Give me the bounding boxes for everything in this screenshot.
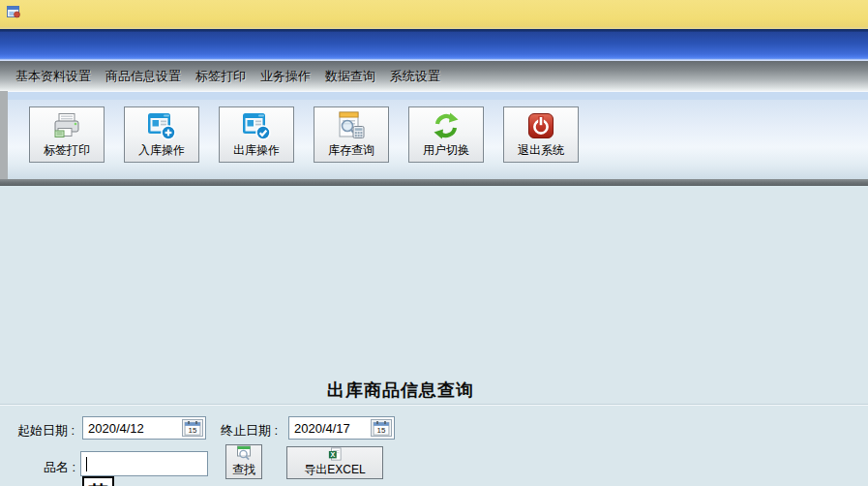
separator (0, 404, 868, 406)
menu-label-print[interactable]: 标签打印 (195, 68, 246, 85)
inbound-window-plus-icon (147, 111, 176, 140)
excel-icon: X (327, 447, 343, 461)
end-date-label: 终止日期 : (221, 422, 278, 440)
menu-product-info-settings[interactable]: 商品信息设置 (105, 68, 181, 85)
outbound-operation-button[interactable]: 出库操作 (219, 106, 294, 163)
label-print-button-label: 标签打印 (44, 142, 90, 159)
export-excel-button-label: 导出EXCEL (304, 462, 365, 478)
menu-data-query[interactable]: 数据查询 (325, 68, 375, 85)
product-name-input[interactable] (81, 452, 207, 475)
svg-text:15: 15 (377, 426, 386, 435)
inventory-query-button-label: 库存查询 (328, 142, 374, 159)
switch-user-arrows-icon (432, 111, 461, 140)
switch-user-button[interactable]: 用户切换 (408, 106, 484, 163)
product-name-field[interactable] (80, 451, 208, 476)
label-print-button[interactable]: 标签打印 (29, 106, 105, 163)
start-date-label: 起始日期 : (17, 422, 75, 440)
inventory-query-button[interactable]: 库存查询 (314, 106, 389, 163)
menu-basic-settings[interactable]: 基本资料设置 (15, 68, 91, 85)
text-caret (86, 457, 87, 471)
start-date-calendar-button[interactable]: 15 (182, 419, 203, 437)
calendar-icon: 15 (373, 421, 390, 436)
export-excel-button[interactable]: X 导出EXCEL (286, 446, 383, 479)
os-top-strip (0, 0, 868, 29)
toolbar-top-strip (0, 91, 868, 100)
toolbar: 标签打印 入库操作 (0, 100, 868, 179)
outbound-operation-button-label: 出库操作 (233, 142, 280, 159)
menu-bar: 基本资料设置 商品信息设置 标签打印 业务操作 数据查询 系统设置 (0, 61, 868, 91)
ime-language-indicator[interactable]: 英 (82, 476, 114, 486)
calendar-icon: 15 (184, 421, 201, 436)
end-date-calendar-button[interactable]: 15 (371, 419, 392, 437)
menu-business-ops[interactable]: 业务操作 (260, 68, 311, 85)
toolbar-bottom-divider (0, 179, 868, 186)
start-date-picker[interactable]: 15 (82, 416, 206, 440)
exit-system-button-label: 退出系统 (518, 142, 564, 159)
page-title: 出库商品信息查询 (327, 379, 474, 402)
find-button-label: 查找 (232, 462, 255, 478)
outbound-window-check-icon (242, 111, 271, 140)
inbound-operation-button[interactable]: 入库操作 (124, 106, 199, 163)
svg-text:X: X (330, 451, 335, 458)
end-date-picker[interactable]: 15 (288, 416, 395, 440)
window-left-edge (0, 91, 8, 186)
switch-user-button-label: 用户切换 (423, 142, 469, 159)
menu-system-settings[interactable]: 系统设置 (390, 68, 440, 85)
inventory-search-icon (337, 111, 366, 140)
exit-system-button[interactable]: 退出系统 (503, 106, 579, 163)
application-window: 条形码出入库系统V1.0 基本资料设置 商品信息设置 标签打印 业务操作 数据查… (0, 0, 868, 486)
title-banner: 条形码出入库系统V1.0 (0, 29, 868, 61)
query-panel: 出库商品信息查询 起始日期 : 15 终止日期 : (0, 186, 868, 486)
application-icon[interactable] (6, 4, 21, 19)
search-document-icon (236, 445, 253, 461)
svg-text:15: 15 (189, 426, 197, 435)
printer-icon (52, 111, 81, 140)
power-exit-icon (526, 111, 555, 140)
inbound-operation-button-label: 入库操作 (138, 142, 185, 159)
find-button[interactable]: 查找 (225, 444, 262, 479)
product-name-label: 品名 : (44, 459, 75, 476)
